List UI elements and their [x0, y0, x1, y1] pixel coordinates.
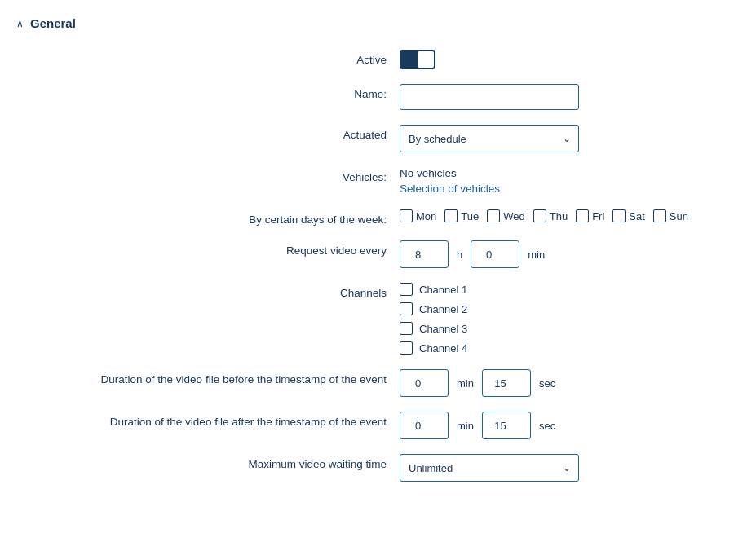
day-item-sat: Sat	[612, 209, 645, 222]
section-title: General	[30, 16, 76, 30]
duration-after-label: Duration of the video file after the tim…	[24, 412, 400, 428]
channel-item-1: Channel 1	[400, 283, 467, 296]
duration-after-control: min sec	[400, 412, 732, 439]
day-checkbox-wed[interactable]	[487, 209, 500, 222]
day-label-sat: Sat	[629, 210, 645, 222]
duration-after-group: min sec	[400, 412, 559, 439]
active-control	[400, 50, 732, 69]
channels-row: Channels Channel 1 Channel 2 Channel 3 C…	[24, 283, 732, 355]
day-label-tue: Tue	[461, 210, 479, 222]
duration-after-min-unit: min	[457, 420, 474, 432]
max-waiting-select[interactable]: Unlimited 1 hour 2 hours 4 hours 8 hours	[400, 454, 579, 482]
duration-before-min-input[interactable]	[400, 369, 449, 397]
day-checkbox-thu[interactable]	[533, 209, 546, 222]
day-checkbox-tue[interactable]	[444, 209, 458, 222]
selection-of-vehicles-link[interactable]: Selection of vehicles	[400, 183, 500, 195]
duration-before-sec-input[interactable]	[482, 369, 531, 397]
toggle-thumb	[418, 51, 434, 68]
channels-label: Channels	[24, 283, 400, 299]
request-video-min-input[interactable]	[471, 240, 519, 268]
day-item-fri: Fri	[576, 209, 604, 222]
request-video-row: Request video every h min	[24, 240, 732, 268]
general-form: Active Name: Actuated By schedule Always…	[16, 50, 740, 482]
duration-before-min-unit: min	[457, 377, 474, 390]
actuated-select[interactable]: By schedule Always Never	[400, 125, 579, 152]
day-checkbox-fri[interactable]	[576, 209, 589, 222]
section-header[interactable]: ∧ General	[16, 16, 740, 30]
actuated-control: By schedule Always Never ⌄	[400, 125, 732, 152]
day-label-fri: Fri	[592, 210, 604, 222]
day-item-mon: Mon	[400, 209, 436, 222]
max-waiting-row: Maximum video waiting time Unlimited 1 h…	[24, 454, 732, 482]
duration-before-sec-unit: sec	[539, 377, 555, 390]
vehicles-label: Vehicles:	[24, 167, 400, 183]
max-waiting-label: Maximum video waiting time	[24, 454, 400, 470]
day-label-mon: Mon	[416, 210, 436, 222]
duration-after-row: Duration of the video file after the tim…	[24, 412, 732, 439]
channel-checkbox-2[interactable]	[400, 302, 413, 315]
day-item-wed: Wed	[487, 209, 525, 222]
channel-label-4: Channel 4	[419, 342, 467, 355]
h-unit-label: h	[457, 249, 462, 261]
collapse-icon: ∧	[16, 18, 24, 29]
duration-before-row: Duration of the video file before the ti…	[24, 369, 732, 397]
request-video-label: Request video every	[24, 240, 400, 257]
active-toggle[interactable]	[400, 50, 435, 69]
max-waiting-control: Unlimited 1 hour 2 hours 4 hours 8 hours…	[400, 454, 732, 482]
duration-before-label: Duration of the video file before the ti…	[24, 369, 400, 385]
day-checkbox-sat[interactable]	[612, 209, 626, 222]
actuated-select-wrapper: By schedule Always Never ⌄	[400, 125, 579, 152]
actuated-row: Actuated By schedule Always Never ⌄	[24, 125, 732, 152]
day-label-sun: Sun	[670, 210, 688, 222]
channel-checkbox-3[interactable]	[400, 322, 413, 335]
channel-label-3: Channel 3	[419, 323, 467, 335]
channel-item-2: Channel 2	[400, 302, 467, 315]
channel-item-4: Channel 4	[400, 341, 467, 355]
name-control	[400, 84, 732, 110]
day-item-thu: Thu	[533, 209, 568, 222]
name-label: Name:	[24, 84, 400, 100]
day-item-sun: Sun	[653, 209, 688, 222]
actuated-label: Actuated	[24, 125, 400, 141]
name-input[interactable]	[400, 84, 579, 110]
channels-control: Channel 1 Channel 2 Channel 3 Channel 4	[400, 283, 732, 355]
max-waiting-select-wrapper: Unlimited 1 hour 2 hours 4 hours 8 hours…	[400, 454, 579, 482]
days-row: By certain days of the week: Mon Tue Wed	[24, 209, 732, 226]
days-label: By certain days of the week:	[24, 209, 400, 226]
duration-after-sec-unit: sec	[539, 420, 555, 432]
vehicles-control: No vehicles Selection of vehicles	[400, 167, 732, 195]
request-video-h-input[interactable]	[400, 240, 449, 268]
name-row: Name:	[24, 84, 732, 110]
channel-checkbox-4[interactable]	[400, 341, 413, 355]
no-vehicles-text: No vehicles	[400, 167, 500, 179]
vehicles-row: Vehicles: No vehicles Selection of vehic…	[24, 167, 732, 195]
days-control: Mon Tue Wed Thu Fri	[400, 209, 732, 222]
duration-after-min-input[interactable]	[400, 412, 449, 439]
channel-item-3: Channel 3	[400, 322, 467, 335]
day-checkbox-mon[interactable]	[400, 209, 413, 222]
day-checkbox-sun[interactable]	[653, 209, 666, 222]
active-row: Active	[24, 50, 732, 69]
day-label-wed: Wed	[503, 210, 525, 222]
duration-before-control: min sec	[400, 369, 732, 397]
day-checkbox-group: Mon Tue Wed Thu Fri	[400, 209, 688, 222]
channel-label-2: Channel 2	[419, 303, 467, 315]
min-unit-label: min	[528, 249, 545, 261]
channels-stack: Channel 1 Channel 2 Channel 3 Channel 4	[400, 283, 467, 355]
channel-label-1: Channel 1	[419, 284, 467, 296]
request-video-control: h min	[400, 240, 732, 268]
active-label: Active	[24, 50, 400, 66]
day-label-thu: Thu	[550, 210, 568, 222]
duration-before-group: min sec	[400, 369, 559, 397]
duration-after-sec-input[interactable]	[482, 412, 531, 439]
channel-checkbox-1[interactable]	[400, 283, 413, 296]
day-item-tue: Tue	[444, 209, 479, 222]
vehicles-stack: No vehicles Selection of vehicles	[400, 167, 500, 195]
